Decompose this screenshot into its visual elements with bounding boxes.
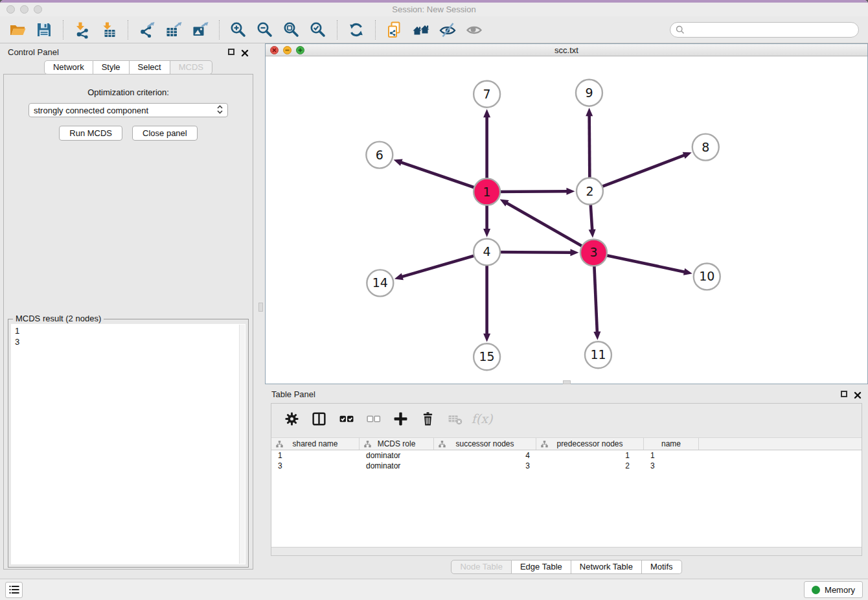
cell-predecessor-nodes: 1: [536, 450, 644, 461]
delete-table-icon[interactable]: [446, 410, 464, 428]
hide-selected-icon[interactable]: [437, 19, 459, 41]
splitter-handle[interactable]: [258, 303, 263, 312]
save-session-icon[interactable]: [33, 19, 55, 41]
close-panel-icon[interactable]: [241, 48, 249, 56]
graph-node-3[interactable]: 3: [580, 239, 607, 266]
table-hscroll-track[interactable]: [271, 547, 862, 555]
vertical-splitter[interactable]: [257, 43, 265, 579]
task-history-button[interactable]: [5, 582, 23, 598]
edge-3-10[interactable]: [593, 253, 692, 275]
control-panel-tabs: NetworkStyleSelectMCDS: [0, 60, 257, 75]
main-toolbar: [0, 16, 868, 43]
function-builder-icon[interactable]: f(x): [473, 410, 491, 428]
result-scrollbar[interactable]: [239, 325, 245, 564]
tab-network[interactable]: Network: [44, 60, 93, 75]
graph-node-15[interactable]: 15: [474, 343, 500, 370]
zoom-out-icon[interactable]: [254, 19, 276, 41]
titlebar: Session: New Session: [0, 3, 868, 16]
clone-network-icon[interactable]: [383, 19, 405, 41]
export-table-icon[interactable]: [163, 19, 185, 41]
import-network-icon[interactable]: [71, 19, 93, 41]
cell-name: 1: [644, 450, 699, 461]
tab-edge-table[interactable]: Edge Table: [512, 560, 571, 574]
run-mcds-button[interactable]: Run MCDS: [59, 126, 122, 141]
column-header-successor-nodes[interactable]: successor nodes: [434, 438, 536, 450]
search-input[interactable]: [688, 25, 853, 34]
add-column-icon[interactable]: [391, 410, 409, 428]
column-header-shared-name[interactable]: shared name: [271, 438, 360, 450]
column-header-name[interactable]: name: [644, 438, 699, 450]
zoom-selected-icon[interactable]: [307, 19, 329, 41]
tab-node-table[interactable]: Node Table: [451, 560, 512, 574]
graph-node-11[interactable]: 11: [585, 341, 611, 368]
edge-3-1[interactable]: [500, 199, 594, 253]
open-session-icon[interactable]: [6, 19, 29, 41]
table-panel-title: Table Panel: [271, 389, 315, 399]
tab-motifs[interactable]: Motifs: [642, 560, 682, 574]
delete-column-icon[interactable]: [418, 410, 437, 428]
cell-successor-nodes: 3: [434, 461, 536, 471]
show-all-icon[interactable]: [463, 19, 485, 41]
graph-node-9[interactable]: 9: [576, 80, 602, 106]
network-canvas[interactable]: 7968124314101511: [266, 56, 867, 384]
search-field[interactable]: [670, 22, 859, 38]
node-label: 14: [372, 275, 388, 290]
tab-select[interactable]: Select: [130, 60, 170, 75]
graph-node-4[interactable]: 4: [474, 238, 500, 265]
frame-maximize-button[interactable]: [296, 46, 304, 54]
network-frame-titlebar: scc.txt: [266, 44, 867, 56]
table-panel-header: Table Panel: [265, 386, 868, 402]
tab-mcds[interactable]: MCDS: [170, 60, 212, 75]
network-frame-title: scc.txt: [266, 45, 867, 55]
edge-4-14[interactable]: [394, 252, 487, 280]
edge-2-8[interactable]: [589, 152, 691, 191]
graph-node-14[interactable]: 14: [367, 270, 393, 296]
table-panel-body: f(x) shared nameMCDS rolesuccessor nodes…: [271, 403, 862, 556]
table-row[interactable]: 3dominator323: [271, 461, 862, 471]
import-table-icon[interactable]: [98, 19, 120, 41]
network-graph[interactable]: 7968124314101511: [266, 56, 867, 384]
horizontal-splitter-handle[interactable]: [563, 380, 571, 384]
close-panel-button[interactable]: Close panel: [132, 126, 198, 141]
cell-name: 3: [644, 461, 699, 471]
tab-style[interactable]: Style: [93, 60, 130, 75]
graph-node-7[interactable]: 7: [474, 81, 500, 108]
control-panel-header: Control Panel: [0, 43, 257, 60]
zoom-in-icon[interactable]: [227, 19, 249, 41]
edge-1-6[interactable]: [394, 159, 487, 192]
graph-node-1[interactable]: 1: [474, 179, 500, 205]
select-all-columns-icon[interactable]: [337, 410, 355, 428]
task-list-icon: [9, 585, 19, 594]
refresh-icon[interactable]: [345, 19, 367, 41]
mcds-panel: Optimization criterion: strongly connect…: [3, 74, 253, 570]
app-window: Session: New Session: [0, 0, 868, 600]
table-row[interactable]: 1dominator411: [271, 450, 862, 461]
node-label: 9: [585, 86, 593, 100]
deselect-all-columns-icon[interactable]: [364, 410, 382, 428]
settings-gear-icon[interactable]: [282, 410, 301, 428]
export-network-icon[interactable]: [136, 19, 158, 41]
memory-button[interactable]: Memory: [804, 581, 863, 598]
close-panel-icon[interactable]: [854, 390, 862, 398]
optimization-criterion-select[interactable]: strongly connected component: [29, 103, 228, 117]
graph-node-10[interactable]: 10: [694, 263, 720, 290]
first-neighbors-icon[interactable]: [410, 19, 432, 41]
show-column-panel-icon[interactable]: [310, 410, 328, 428]
graph-node-8[interactable]: 8: [692, 134, 719, 161]
column-header-MCDS-role[interactable]: MCDS role: [360, 438, 434, 450]
graph-node-6[interactable]: 6: [366, 142, 393, 168]
zoom-fit-icon[interactable]: [280, 19, 303, 41]
frame-close-button[interactable]: [270, 46, 279, 54]
tree-column-icon: [364, 441, 371, 448]
float-panel-icon[interactable]: [841, 391, 847, 397]
graph-node-2[interactable]: 2: [577, 178, 603, 205]
node-label: 10: [699, 269, 714, 283]
node-label: 11: [590, 347, 606, 362]
tab-network-table[interactable]: Network Table: [571, 560, 642, 574]
export-image-icon[interactable]: [189, 19, 211, 41]
frame-minimize-button[interactable]: [283, 46, 291, 54]
cell-successor-nodes: 4: [434, 450, 536, 461]
float-panel-icon[interactable]: [228, 49, 234, 55]
column-header-predecessor-nodes[interactable]: predecessor nodes: [536, 438, 644, 450]
toolbar-separator: [63, 20, 63, 40]
